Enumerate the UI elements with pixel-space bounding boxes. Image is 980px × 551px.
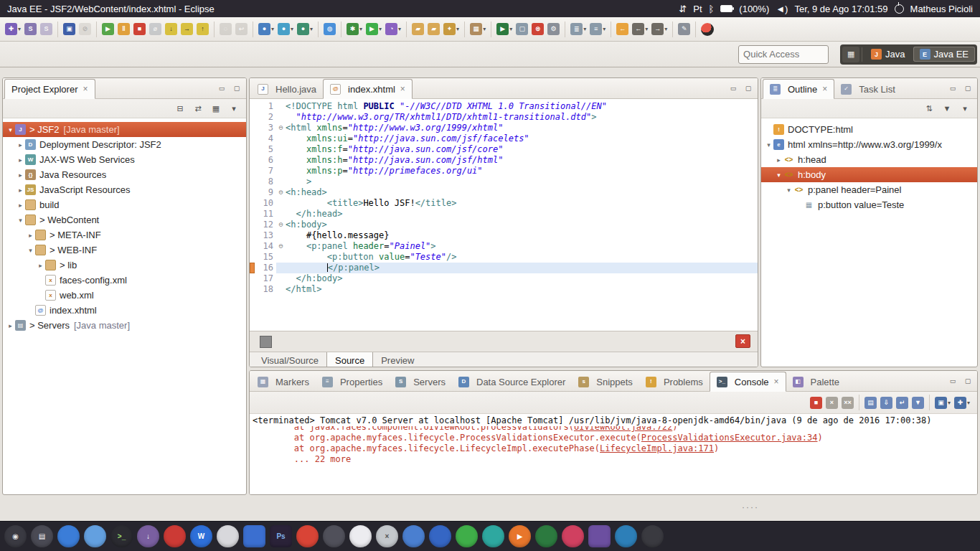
step-over-button[interactable]: →: [179, 22, 194, 37]
code-text[interactable]: <p:button value="Teste"/>: [286, 252, 758, 263]
save-button[interactable]: S: [23, 22, 38, 37]
code-line-12[interactable]: 12⊖<h:body>: [250, 220, 758, 230]
code-text[interactable]: #{hello.message}: [286, 230, 758, 241]
filter-button[interactable]: ▼: [941, 102, 953, 115]
project-item-java-resources[interactable]: ▸{}Java Resources: [3, 167, 246, 182]
expander-icon[interactable]: ▸: [16, 171, 25, 179]
dock-app-icon[interactable]: [429, 525, 451, 547]
dock-app-icon[interactable]: ▶: [509, 525, 531, 547]
code-line-2[interactable]: 2 "http://www.w3.org/TR/xhtml1/DTD/xhtml…: [250, 112, 758, 123]
line-number[interactable]: 6: [255, 155, 276, 166]
new-wizard-button[interactable]: ✚▾: [4, 22, 22, 37]
line-number[interactable]: 5: [255, 144, 276, 155]
code-text[interactable]: "http://www.w3.org/TR/xhtml1/DTD/xhtml1-…: [286, 112, 758, 123]
code-line-15[interactable]: 15 <p:button value="Teste"/>: [250, 252, 758, 263]
expander-icon[interactable]: ▾: [6, 126, 15, 133]
code-text[interactable]: xmlns:p="http://primefaces.org/ui": [286, 166, 758, 176]
console-tab-servers[interactable]: SServers: [389, 372, 452, 391]
line-number[interactable]: 18: [255, 284, 276, 295]
new-web-project-button[interactable]: ●▾: [276, 22, 295, 37]
call-hierarchy-button[interactable]: ≡▾: [588, 22, 607, 37]
code-text[interactable]: xmlns:ui="http://java.sun.com/jsf/facele…: [286, 133, 758, 144]
username[interactable]: Matheus Picioli: [910, 4, 973, 14]
code-text[interactable]: <title>Hello JSF!</title>: [286, 198, 758, 209]
console-tab-markers[interactable]: ▦Markers: [251, 372, 316, 391]
line-number[interactable]: 17: [255, 273, 276, 284]
editor-mode-tab-visual-source[interactable]: Visual/Source: [253, 352, 326, 367]
resize-handle[interactable]: ····: [742, 502, 759, 512]
code-text[interactable]: </p:panel>: [286, 263, 758, 273]
outline-item-doctype-html[interactable]: !DOCTYPE:html: [761, 122, 977, 137]
server-settings-button[interactable]: ⚙: [546, 22, 561, 37]
maximize-button[interactable]: ▢: [742, 82, 755, 94]
battery-icon[interactable]: [720, 5, 732, 12]
network-icon[interactable]: ⇵: [679, 4, 687, 14]
code-line-11[interactable]: 11 </h:head>: [250, 209, 758, 220]
console-tab-properties[interactable]: ≡Properties: [316, 372, 389, 391]
dock-app-icon[interactable]: [402, 525, 425, 547]
dock-app-icon[interactable]: [323, 525, 345, 547]
code-line-18[interactable]: 18</html>: [250, 284, 758, 295]
open-console-button[interactable]: ✚▾: [953, 395, 971, 410]
line-number[interactable]: 10: [255, 198, 276, 209]
expander-icon[interactable]: ▸: [16, 141, 25, 149]
new-package-button[interactable]: ▦▾: [468, 22, 487, 37]
project-item-deployment-descriptor-jsf2[interactable]: ▸DDeployment Descriptor: JSF2: [3, 137, 246, 152]
editor-tab-hello-java[interactable]: JHello.java: [251, 80, 323, 98]
open-perspective-button[interactable]: ▦: [842, 47, 859, 62]
project-item-index-xhtml[interactable]: @index.xhtml: [3, 303, 246, 318]
volume-icon[interactable]: ◄): [776, 4, 788, 14]
forward-button[interactable]: →▾: [650, 22, 669, 37]
console-tab-problems[interactable]: !Problems: [639, 372, 710, 391]
project-item-meta-inf[interactable]: ▸> META-INF: [3, 227, 246, 242]
word-wrap-button[interactable]: ↵: [895, 395, 910, 410]
console-tab-snippets[interactable]: sSnippets: [572, 372, 639, 391]
dock-app-icon[interactable]: ▤: [31, 525, 53, 547]
code-line-6[interactable]: 6 xmlns:h="http://java.sun.com/jsf/html": [250, 155, 758, 166]
outline-item-h-head[interactable]: ▸<>h:head: [761, 152, 977, 167]
suspend-button[interactable]: ‖: [116, 22, 131, 37]
last-edit-location-button[interactable]: ✎: [677, 22, 692, 37]
run-button[interactable]: ▶▾: [364, 22, 383, 37]
minimize-button[interactable]: ▭: [946, 82, 959, 94]
code-text[interactable]: <!DOCTYPE html PUBLIC "-//W3C//DTD XHTML…: [286, 101, 758, 112]
import-folder-button[interactable]: ▰: [426, 22, 441, 37]
console-tab-console[interactable]: >_Console×: [710, 372, 786, 392]
code-line-10[interactable]: 10 <title>Hello JSF!</title>: [250, 198, 758, 209]
project-item-jsf2[interactable]: ▾J> JSF2[Java master]: [3, 122, 246, 137]
project-item-lib[interactable]: ▸> lib: [3, 258, 246, 273]
collapse-icon[interactable]: ⊖: [276, 187, 286, 198]
code-text[interactable]: <p:panel header="Painel">: [286, 241, 758, 252]
stacktrace-link[interactable]: ProcessValidationsExecutor.java:34: [641, 433, 818, 443]
code-text[interactable]: xmlns:h="http://java.sun.com/jsf/html": [286, 155, 758, 166]
dock-app-icon[interactable]: ×: [376, 525, 398, 547]
console-tab-palette[interactable]: ◧Palette: [786, 372, 846, 391]
line-number[interactable]: 9: [255, 187, 276, 198]
project-explorer-tab-project-explorer[interactable]: Project Explorer×: [4, 79, 95, 99]
dock-app-icon[interactable]: W: [190, 525, 212, 547]
dock-app-icon[interactable]: [615, 525, 637, 547]
collapse-icon[interactable]: ⊖: [276, 241, 286, 252]
close-icon[interactable]: ×: [774, 377, 779, 387]
expander-icon[interactable]: ▾: [784, 187, 793, 194]
project-item-web-xml[interactable]: xweb.xml: [3, 288, 246, 303]
minimize-button[interactable]: ▭: [946, 375, 959, 387]
code-line-16[interactable]: 16 </p:panel>: [250, 263, 758, 273]
drop-to-frame-button[interactable]: ↩: [234, 22, 249, 37]
dock-app-icon[interactable]: [84, 525, 106, 547]
code-text[interactable]: xmlns:f="http://java.sun.com/jsf/core": [286, 144, 758, 155]
dock-app-icon[interactable]: [349, 525, 372, 547]
code-line-5[interactable]: 5 xmlns:f="http://java.sun.com/jsf/core": [250, 144, 758, 155]
project-item-javascript-resources[interactable]: ▸JSJavaScript Resources: [3, 182, 246, 197]
perspective-java-ee[interactable]: EJava EE: [913, 47, 975, 62]
terminate-all-button[interactable]: ⊘: [77, 22, 93, 37]
code-text[interactable]: <html xmlns="http://www.w3.org/1999/xhtm…: [286, 123, 758, 133]
step-into-button[interactable]: ↓: [164, 22, 179, 37]
back-to-editor-button[interactable]: ←: [615, 22, 630, 37]
new-wizard-2-button[interactable]: ✦▾: [442, 22, 461, 37]
line-number[interactable]: 16: [255, 263, 276, 273]
scroll-lock-button[interactable]: ⇩: [879, 395, 894, 410]
line-number[interactable]: 2: [255, 112, 276, 123]
line-number[interactable]: 1: [255, 101, 276, 112]
clock[interactable]: Ter, 9 de Ago 17:01:59: [794, 4, 887, 14]
